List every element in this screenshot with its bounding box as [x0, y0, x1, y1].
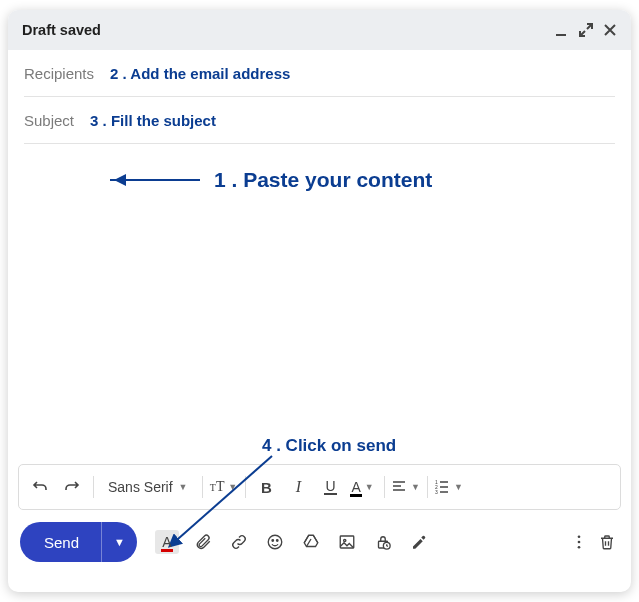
attach-file-icon[interactable] [191, 530, 215, 554]
svg-point-13 [578, 541, 581, 544]
insert-emoji-icon[interactable] [263, 530, 287, 554]
annotation-step3: 3 . Fill the subject [90, 112, 216, 129]
close-icon[interactable] [603, 23, 617, 37]
svg-point-6 [272, 540, 274, 542]
more-options-icon[interactable] [567, 530, 591, 554]
arrow-to-send-icon [24, 144, 631, 504]
expand-icon[interactable] [579, 23, 593, 37]
compose-window: Draft saved Recipients 2 . A [8, 10, 631, 592]
minimize-icon[interactable] [555, 23, 569, 37]
subject-label: Subject [24, 112, 74, 129]
send-button[interactable]: Send [20, 522, 101, 562]
insert-image-icon[interactable] [335, 530, 359, 554]
recipients-field[interactable]: Recipients 2 . Add the email address [24, 50, 615, 97]
compose-actions: Send ▼ A [8, 516, 631, 576]
svg-point-14 [578, 546, 581, 549]
insert-drive-icon[interactable] [299, 530, 323, 554]
annotation-step2: 2 . Add the email address [110, 65, 290, 82]
compose-header: Draft saved [8, 10, 631, 50]
send-button-group: Send ▼ [20, 522, 137, 562]
compose-title: Draft saved [22, 22, 101, 38]
svg-point-5 [268, 535, 282, 549]
confidential-mode-icon[interactable] [371, 530, 395, 554]
insert-signature-icon[interactable] [407, 530, 431, 554]
window-controls [555, 23, 617, 37]
svg-point-9 [344, 539, 346, 541]
svg-point-12 [578, 535, 581, 538]
subject-field[interactable]: Subject 3 . Fill the subject [24, 97, 615, 144]
svg-rect-0 [556, 34, 566, 36]
insert-link-icon[interactable] [227, 530, 251, 554]
message-body[interactable]: 1 . Paste your content 4 . Click on send [24, 144, 615, 464]
recipients-label: Recipients [24, 65, 94, 82]
send-options-button[interactable]: ▼ [101, 522, 137, 562]
insert-toolbar: A [155, 530, 431, 554]
discard-draft-icon[interactable] [595, 530, 619, 554]
svg-point-7 [276, 540, 278, 542]
